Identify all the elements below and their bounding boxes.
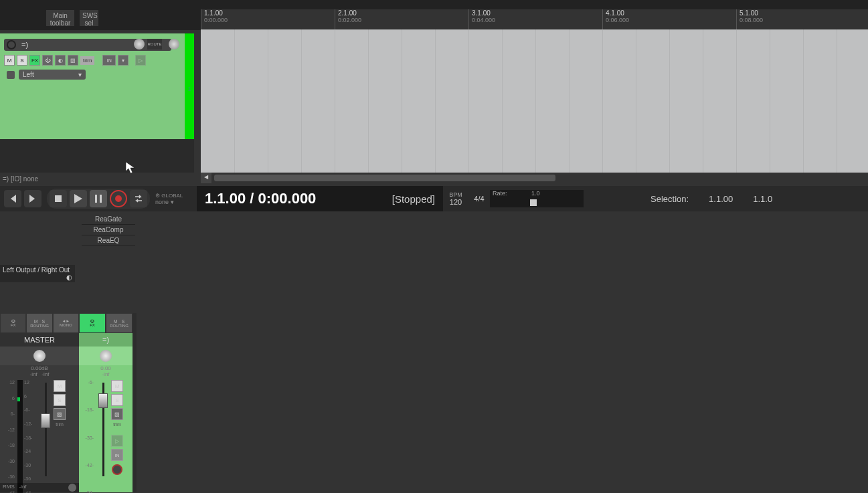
scroll-left-button[interactable]: ◀ — [201, 173, 211, 183]
send-text: Left Output / Right Out — [3, 266, 70, 274]
solo-button[interactable]: S — [17, 55, 27, 66]
horizontal-scrollbar[interactable]: ◀ — [201, 173, 868, 183]
bpm-label: BPM — [443, 191, 468, 198]
sws-sel-tab[interactable]: SWS sel — [79, 9, 99, 27]
volume-knob[interactable] — [134, 39, 145, 50]
master-name-label: MASTER — [0, 333, 79, 347]
record-arm-button[interactable] — [112, 464, 122, 475]
track-fader[interactable] — [96, 380, 110, 493]
ruler-time: 0:00.000 — [204, 17, 228, 23]
ruler-time: 0:02.000 — [338, 17, 361, 23]
track-mute-button[interactable]: M — [111, 380, 123, 392]
master-mute-button[interactable]: M — [54, 380, 66, 392]
rate-value: 1.0 — [531, 190, 540, 197]
tab-label: SWS — [82, 12, 98, 19]
selection-label: Selection: — [650, 194, 689, 204]
global-automation[interactable]: ⚙ GLOBAL none ▾ — [155, 193, 189, 205]
trim-label: trim — [54, 422, 66, 427]
env-button[interactable]: ▧ — [68, 55, 78, 66]
master-solo-button[interactable]: S — [54, 394, 66, 406]
input-fx-button[interactable]: IN — [102, 55, 116, 66]
track-name-field[interactable]: =) — [19, 41, 92, 49]
empty-tcp-area[interactable] — [0, 139, 194, 173]
transport-position[interactable]: 1.1.00 / 0:00.000 — [205, 190, 316, 207]
time-signature[interactable]: 4/4 — [468, 195, 490, 203]
track-status-label: =) [IO] none — [0, 174, 41, 184]
fx-item[interactable]: ReaComp — [82, 225, 135, 235]
input-icon — [7, 71, 15, 79]
pause-button[interactable] — [90, 190, 107, 207]
play-button[interactable] — [70, 190, 87, 207]
track-fx-button[interactable]: ⏻FX — [79, 313, 106, 333]
master-fader[interactable] — [39, 380, 52, 493]
master-routing-button[interactable]: M SROUTING — [26, 313, 52, 333]
master-inf: -inf — [41, 371, 49, 377]
ruler-bar: 1.1.00 — [204, 9, 228, 17]
ruler-bar: 3.1.00 — [472, 9, 495, 17]
fx-item[interactable]: ReaGate — [82, 214, 135, 225]
master-inf: -inf — [30, 371, 37, 377]
record-arm-button[interactable] — [7, 40, 16, 50]
chevron-down-icon: ▾ — [78, 71, 82, 78]
master-mono-button[interactable]: ◄►MONO — [53, 313, 79, 333]
trim-label[interactable]: trim — [80, 56, 94, 65]
input-fx-button[interactable]: IN▾ — [111, 449, 123, 461]
master-meter — [17, 380, 23, 493]
ruler-time: 0:04.000 — [472, 17, 495, 23]
fx-item[interactable]: ReaEQ — [82, 235, 135, 246]
stop-button[interactable] — [50, 190, 67, 207]
route-button[interactable]: ROUTE — [147, 39, 162, 50]
fx-button[interactable]: FX — [29, 55, 40, 66]
input-selector[interactable]: Left ▾ — [19, 70, 86, 80]
record-mode-button[interactable]: ▷ — [135, 55, 146, 66]
meter-scale-left: 126 6--12 -18-30 -36-42 — [3, 380, 16, 493]
phase-button[interactable]: ◐ — [55, 55, 66, 66]
rms-label: RMS — [3, 484, 15, 490]
ruler-bar: 2.1.00 — [338, 9, 361, 17]
monitor-button[interactable]: ▷ — [111, 435, 123, 447]
global-mode: none — [155, 199, 169, 205]
scrollbar-thumb[interactable] — [214, 175, 555, 181]
bpm-value: 120 — [443, 198, 468, 206]
trim-label: trim — [111, 422, 123, 427]
mute-button[interactable]: M — [4, 55, 15, 66]
master-fx-button[interactable]: ⏻FX — [0, 313, 26, 333]
track-number[interactable]: 1 — [185, 33, 194, 139]
master-db: 0.00dB — [31, 365, 48, 371]
track-env-button[interactable]: ▧ — [111, 408, 123, 420]
monitor-button[interactable]: ▾ — [118, 55, 128, 66]
selection-start[interactable]: 1.1.00 — [709, 194, 733, 204]
timeline-ruler[interactable]: 1.1.000:00.000 2.1.000:02.000 3.1.000:04… — [201, 9, 868, 29]
global-label: GLOBAL — [161, 193, 183, 199]
ruler-bar: 4.1.00 — [606, 9, 629, 17]
master-env-button[interactable]: ▧ — [54, 408, 66, 420]
arrange-view[interactable] — [201, 29, 868, 173]
rms-value: -inf — [19, 484, 26, 490]
transport-state: [Stopped] — [392, 193, 435, 205]
svg-rect-2 — [100, 195, 102, 203]
rate-slider[interactable] — [530, 199, 537, 206]
repeat-button[interactable] — [130, 190, 147, 207]
record-button[interactable] — [110, 190, 127, 207]
pan-knob[interactable] — [169, 39, 179, 50]
fx-bypass-button[interactable]: ⏻ — [42, 55, 53, 66]
go-to-end-button[interactable] — [24, 190, 41, 207]
send-knob-icon: ◐ — [66, 274, 72, 281]
playback-rate[interactable]: Rate: 1.0 — [490, 190, 584, 207]
send-output-label[interactable]: Left Output / Right Out ◐ — [0, 265, 75, 282]
bpm-display[interactable]: BPM 120 — [443, 191, 468, 206]
main-toolbar-tab[interactable]: Main toolbar — [46, 9, 75, 27]
track-solo-button[interactable]: S — [111, 394, 123, 406]
svg-rect-1 — [95, 195, 97, 203]
selection-end[interactable]: 1.1.0 — [753, 194, 772, 204]
gear-icon[interactable] — [68, 484, 76, 492]
track-control-panel[interactable]: 1 =) ROUTE M S FX ⏻ ◐ ▧ trim IN ▾ ▷ Left… — [0, 33, 185, 139]
track-meter-scale: -6- -18- -30- -42- -54- — [82, 380, 95, 493]
tab-label: sel — [85, 19, 94, 27]
track-channel: ⏻FX M SROUTING =) 0.00 -inf -6- -18- -30… — [79, 313, 133, 492]
track-pan-knob[interactable] — [100, 350, 112, 362]
master-pan-knob[interactable] — [33, 350, 46, 362]
go-to-start-button[interactable] — [4, 190, 21, 207]
track-mixer-name[interactable]: =) — [79, 333, 133, 347]
track-routing-button[interactable]: M SROUTING — [106, 313, 133, 333]
